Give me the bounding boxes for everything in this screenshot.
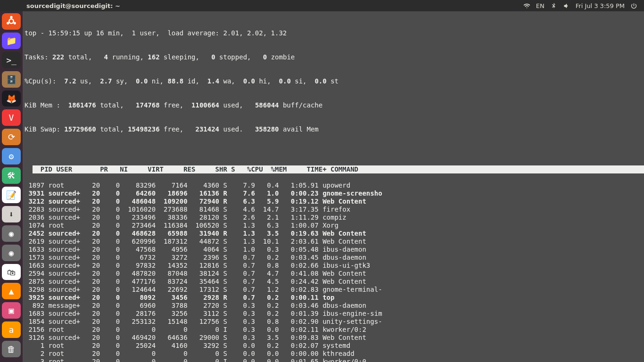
process-row: 1573 sourced+ 20 0 6732 3272 2396 S 0.7 … <box>25 254 642 262</box>
svg-point-0 <box>9 19 13 24</box>
process-row: 1854 sourced+ 20 0 253132 15148 12756 S … <box>25 318 642 326</box>
svg-point-2 <box>14 22 16 25</box>
process-row: 3 root 20 0 0 0 0 I 0.0 0.0 0:01.65 kwor… <box>25 358 642 362</box>
launcher-trash[interactable]: 🗑 <box>2 341 21 357</box>
top-summary-mem: KiB Mem : 1861476 total, 174768 free, 11… <box>25 101 642 109</box>
svg-point-3 <box>7 22 9 25</box>
process-row: 3298 sourced+ 20 0 124644 22692 17312 S … <box>25 286 642 294</box>
launcher-disk2[interactable]: ◉ <box>2 245 21 261</box>
process-row: 1683 sourced+ 20 0 28176 3256 3112 S 0.3… <box>25 310 642 318</box>
process-row: 2156 root 20 0 0 0 0 I 0.3 0.0 0:02.11 k… <box>25 326 642 334</box>
launcher-software[interactable]: 🛍 <box>2 264 21 280</box>
process-row: 892 message+ 20 0 6960 3788 2720 S 0.3 0… <box>25 302 642 310</box>
launcher-files[interactable]: 📁 <box>2 33 21 49</box>
process-row: 1897 root 20 0 83296 7164 4360 S 7.9 0.4… <box>25 181 642 189</box>
launcher-updater[interactable]: ⟳ <box>2 129 21 145</box>
process-row: 1633 sourced+ 20 0 47568 4956 4064 S 1.0… <box>25 246 642 254</box>
process-row: 1074 root 20 0 273464 116384 106520 S 1.… <box>25 222 642 230</box>
clock[interactable]: Fri Jul 3 3:59 PM <box>576 2 625 9</box>
top-panel: sourcedigit@sourcedigit: ~ EN Fri Jul 3 … <box>0 0 644 11</box>
launcher-amazon[interactable]: a <box>2 321 21 338</box>
launcher-screenshot[interactable]: ▣ <box>2 302 21 319</box>
launcher-firefox[interactable]: 🦊 <box>2 90 21 107</box>
process-row: 2452 sourced+ 20 0 468628 65988 31940 R … <box>25 230 642 238</box>
process-row: 3126 sourced+ 20 0 469420 64636 29000 S … <box>25 334 642 342</box>
top-summary-tasks: Tasks: 222 total, 4 running, 162 sleepin… <box>25 53 642 61</box>
process-row: 3212 sourced+ 20 0 486048 109200 72940 R… <box>25 197 642 206</box>
window-title: sourcedigit@sourcedigit: ~ <box>26 2 120 9</box>
wifi-icon[interactable] <box>523 2 530 9</box>
process-row: 2875 sourced+ 20 0 477176 83724 35464 S … <box>25 278 642 286</box>
launcher-show-apps[interactable] <box>2 13 21 30</box>
process-row: 1663 sourced+ 20 0 97832 14352 12816 S 0… <box>25 262 642 270</box>
power-icon[interactable] <box>630 2 637 9</box>
process-row: 2619 sourced+ 20 0 620996 187312 44872 S… <box>25 238 642 246</box>
process-row: 2283 sourced+ 20 0 1016020 273688 81468 … <box>25 206 642 214</box>
launcher-settings[interactable]: ⚙ <box>2 148 21 165</box>
process-row: 3931 sourced+ 20 0 64260 18696 16136 R 7… <box>25 189 642 197</box>
process-row: 2594 sourced+ 20 0 487820 87048 38124 S … <box>25 270 642 278</box>
process-row: 3925 sourced+ 20 0 8092 3456 2928 R 0.7 … <box>25 294 642 302</box>
launcher-nautilus[interactable]: 🗄️ <box>2 71 21 88</box>
launcher-archive[interactable]: ⬇ <box>2 206 21 222</box>
process-table-body: 1897 root 20 0 83296 7164 4360 S 7.9 0.4… <box>25 181 642 362</box>
launcher-disk1[interactable]: ◉ <box>2 225 21 242</box>
top-summary-cpu: %Cpu(s): 7.2 us, 2.7 sy, 0.0 ni, 88.8 id… <box>25 77 642 85</box>
top-summary-swap: KiB Swap: 15729660 total, 15498236 free,… <box>25 125 642 133</box>
launcher-terminal[interactable]: >_ <box>2 52 21 68</box>
bluetooth-icon[interactable] <box>550 2 557 9</box>
launcher: 📁>_🗄️🦊V⟳⚙🛠📝⬇◉◉🛍▲▣a🗑 <box>0 0 23 362</box>
terminal[interactable]: top - 15:59:15 up 16 min, 1 user, load a… <box>23 11 644 362</box>
process-row: 1 root 20 0 25024 4160 3292 S 0.0 0.2 0:… <box>25 342 642 350</box>
launcher-tweaks[interactable]: 🛠 <box>2 167 21 184</box>
launcher-text-edit[interactable]: 📝 <box>2 187 21 203</box>
sound-icon[interactable] <box>563 2 570 9</box>
top-summary-line1: top - 15:59:15 up 16 min, 1 user, load a… <box>25 29 642 37</box>
language-indicator[interactable]: EN <box>536 2 545 9</box>
svg-point-1 <box>10 16 12 18</box>
process-row: 2 root 20 0 0 0 0 S 0.0 0.0 0:00.00 kthr… <box>25 350 642 358</box>
process-row: 2036 sourced+ 20 0 233496 38336 28120 S … <box>25 214 642 222</box>
process-table-header: PID USER PR NI VIRT RES SHR S %CPU %MEM … <box>33 165 644 173</box>
launcher-vlc[interactable]: ▲ <box>2 283 21 299</box>
launcher-vivaldi[interactable]: V <box>2 109 21 126</box>
